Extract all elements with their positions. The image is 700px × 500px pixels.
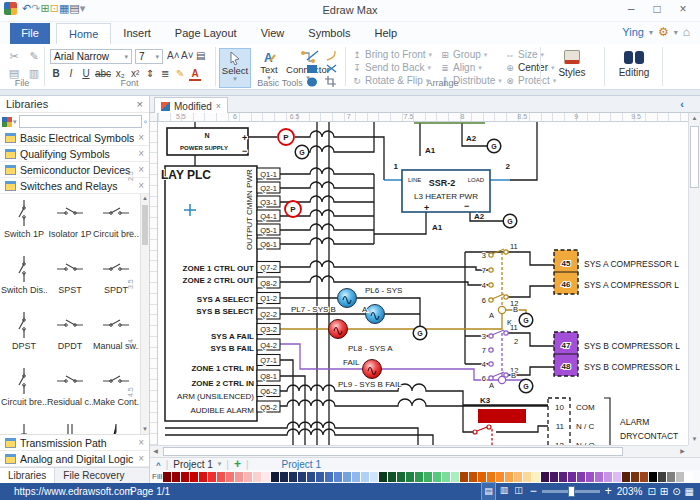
- color-swatch[interactable]: [406, 472, 414, 482]
- symbol-item[interactable]: SPST: [47, 250, 93, 306]
- search-icon[interactable]: [144, 116, 147, 128]
- ribbon-tab[interactable]: Symbols: [296, 23, 362, 44]
- color-swatch[interactable]: [190, 472, 198, 482]
- library-item[interactable]: Qualifying Symbols ×: [0, 146, 149, 162]
- color-swatch[interactable]: [424, 472, 432, 482]
- align-button[interactable]: ▤: [196, 50, 205, 61]
- color-swatch[interactable]: [505, 472, 513, 482]
- library-close-icon[interactable]: ×: [138, 453, 144, 464]
- color-swatch[interactable]: [370, 472, 378, 482]
- library-close-icon[interactable]: ×: [138, 437, 144, 448]
- arrange-item[interactable]: ↥ Bring to Front ▾: [352, 48, 432, 61]
- color-swatch[interactable]: [550, 472, 558, 482]
- color-swatch[interactable]: [163, 472, 171, 482]
- ribbon-tab[interactable]: Help: [362, 23, 409, 44]
- color-swatch[interactable]: [622, 472, 630, 482]
- color-swatch[interactable]: [253, 472, 261, 482]
- scroll-right-icon[interactable]: ▶: [677, 446, 688, 457]
- color-swatch[interactable]: [181, 472, 189, 482]
- color-swatch[interactable]: [442, 472, 450, 482]
- library-item[interactable]: Analog and Digital Logic ×: [0, 451, 149, 467]
- sidebar-tab[interactable]: Libraries: [0, 468, 55, 483]
- color-swatch[interactable]: [208, 472, 216, 482]
- color-swatch[interactable]: [280, 472, 288, 482]
- close-button[interactable]: ×: [670, 0, 696, 20]
- line-tool-icon[interactable]: [306, 50, 319, 61]
- color-swatch[interactable]: [271, 472, 279, 482]
- page-tab-caret-icon[interactable]: ▾: [218, 460, 222, 468]
- color-swatch[interactable]: [172, 472, 180, 482]
- color-swatch[interactable]: [352, 472, 360, 482]
- color-swatch[interactable]: [361, 472, 369, 482]
- color-swatch[interactable]: [487, 472, 495, 482]
- file-group-icon[interactable]: ✎: [26, 50, 42, 63]
- arrange-item[interactable]: ⊞ Group ▾: [440, 48, 502, 61]
- color-swatch[interactable]: [613, 472, 621, 482]
- status-tool-icon[interactable]: ▦: [685, 483, 694, 500]
- color-swatch[interactable]: [316, 472, 324, 482]
- gear-caret-icon[interactable]: ▾: [674, 28, 678, 37]
- ribbon-tab[interactable]: Page Layout: [163, 23, 249, 44]
- ribbon-tab[interactable]: View: [249, 23, 297, 44]
- view-mode-icon[interactable]: ▥: [498, 482, 511, 500]
- rectangle-tool-icon[interactable]: [306, 63, 319, 74]
- symbol-item[interactable]: Residual c...: [47, 362, 93, 418]
- view-mode-icon[interactable]: ◫: [512, 482, 525, 500]
- arrange-item[interactable]: ≣ Align ▾: [440, 61, 502, 74]
- color-swatch[interactable]: [451, 472, 459, 482]
- symbol-item[interactable]: SPDT: [93, 250, 139, 306]
- library-item[interactable]: Basic Electrical Symbols ×: [0, 130, 149, 146]
- account-user[interactable]: Ying: [622, 26, 644, 38]
- ribbon-tab[interactable]: Insert: [111, 23, 163, 44]
- color-swatch[interactable]: [586, 472, 594, 482]
- document-close-icon[interactable]: ×: [216, 101, 221, 111]
- color-swatch[interactable]: [676, 472, 684, 482]
- sidebar-tab[interactable]: File Recovery: [55, 468, 132, 483]
- scrollbar-thumb[interactable]: [163, 447, 623, 456]
- symbol-item[interactable]: Circuit bre...: [93, 194, 139, 250]
- collapse-panel-icon[interactable]: ‹: [680, 98, 684, 110]
- color-swatch[interactable]: [235, 472, 243, 482]
- color-swatch[interactable]: [568, 472, 576, 482]
- zoom-out-button[interactable]: −: [530, 483, 537, 500]
- color-swatch[interactable]: [604, 472, 612, 482]
- color-swatch[interactable]: [460, 472, 468, 482]
- scroll-left-icon[interactable]: ◀: [150, 446, 161, 457]
- zoom-level[interactable]: 203%: [617, 483, 643, 500]
- color-swatch[interactable]: [685, 472, 693, 482]
- symbol-item[interactable]: DPDT: [47, 306, 93, 362]
- ribbon-tab[interactable]: Home: [56, 23, 111, 44]
- scroll-up-icon[interactable]: ▲: [689, 113, 700, 124]
- page-tab[interactable]: Project 1: [173, 459, 212, 470]
- font-size-select[interactable]: 7▾: [135, 49, 163, 64]
- curve-tool-icon[interactable]: [325, 50, 338, 61]
- status-tool-icon[interactable]: ⊡: [647, 483, 655, 500]
- scroll-down-icon[interactable]: ▼: [141, 425, 149, 434]
- shrink-font-button[interactable]: A˅: [181, 50, 194, 61]
- zoom-slider[interactable]: [542, 490, 600, 493]
- color-swatch[interactable]: [244, 472, 252, 482]
- libraries-close-icon[interactable]: ×: [137, 96, 143, 113]
- drawing-canvas[interactable]: N POWER SUPPLY + − LAY PLC OUTPUT CMMN P…: [158, 122, 688, 445]
- editing-button[interactable]: Editing: [610, 48, 658, 78]
- symbol-item[interactable]: Circuit bre...: [1, 362, 47, 418]
- view-mode-icon[interactable]: ▤: [481, 482, 496, 500]
- color-swatch[interactable]: [649, 472, 657, 482]
- color-swatch[interactable]: [343, 472, 351, 482]
- font-name-select[interactable]: Arial Narrow▾: [50, 49, 132, 64]
- library-close-icon[interactable]: ×: [138, 132, 144, 143]
- color-swatch[interactable]: [262, 472, 270, 482]
- color-swatch[interactable]: [199, 472, 207, 482]
- grow-font-button[interactable]: A˄: [167, 50, 180, 61]
- color-swatch[interactable]: [667, 472, 675, 482]
- color-swatch[interactable]: [388, 472, 396, 482]
- color-swatch[interactable]: [658, 472, 666, 482]
- document-tab[interactable]: Modified ×: [154, 97, 228, 114]
- color-swatch[interactable]: [289, 472, 297, 482]
- color-swatch[interactable]: [325, 472, 333, 482]
- maximize-button[interactable]: □: [644, 0, 670, 20]
- gear-icon[interactable]: ⚙: [658, 25, 669, 39]
- color-swatch[interactable]: [478, 472, 486, 482]
- horizontal-scrollbar[interactable]: ◀ ▶: [150, 445, 688, 457]
- color-swatch[interactable]: [307, 472, 315, 482]
